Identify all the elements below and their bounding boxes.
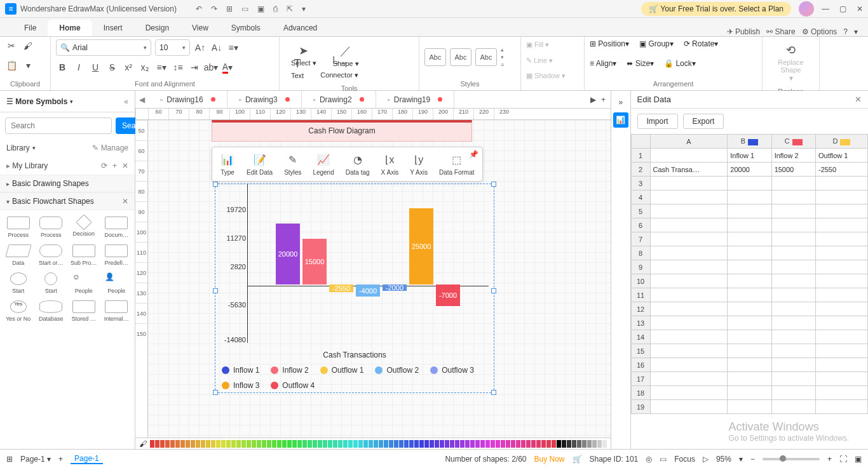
library-label[interactable]: Library: [6, 144, 30, 152]
lib-close-icon[interactable]: ✕: [122, 161, 128, 170]
lib-refresh-icon[interactable]: ⟳: [101, 161, 107, 170]
doctab-3[interactable]: ▫Drawing2: [302, 91, 376, 108]
fit-page-icon[interactable]: ⛶: [839, 455, 847, 464]
bold-icon[interactable]: B: [56, 61, 69, 74]
panel-close-icon[interactable]: ✕: [855, 95, 862, 104]
basic-flowchart-section[interactable]: ▾Basic Flowchart Shapes ✕: [0, 192, 135, 210]
mini-editdata-button[interactable]: 📝Edit Data: [241, 150, 278, 178]
export-button[interactable]: Export: [683, 114, 724, 129]
paste-icon[interactable]: 📋: [5, 59, 18, 72]
outline-icon[interactable]: ◎: [646, 455, 652, 464]
fullscreen-icon[interactable]: ▣: [855, 455, 862, 464]
new-tab-icon[interactable]: +: [601, 95, 606, 104]
shadow-button[interactable]: ▦ Shadow ▾: [526, 70, 579, 81]
data-sheet[interactable]: ABCD1Inflow 1Inflow 2Outflow 12Cash Tran…: [631, 134, 868, 449]
group-button[interactable]: ▣ Group▾: [639, 39, 674, 48]
export-icon[interactable]: ⇱: [287, 4, 293, 13]
trial-banner[interactable]: 🛒 Your Free Trial is over. Select a Plan: [641, 2, 791, 16]
style-preset-2[interactable]: Abc: [450, 48, 471, 66]
play-icon[interactable]: ▷: [703, 455, 709, 464]
styles-up-icon[interactable]: ▴: [501, 46, 513, 53]
shape-data[interactable]: Data: [3, 242, 34, 269]
new-icon[interactable]: ⊞: [226, 4, 233, 13]
basic-drawing-section[interactable]: ▸Basic Drawing Shapes: [0, 175, 135, 192]
open-icon[interactable]: ▭: [241, 4, 248, 13]
options-button[interactable]: ⚙ Options: [802, 27, 837, 36]
shape-document[interactable]: Docum…: [101, 214, 133, 241]
shape-start-2[interactable]: Start: [3, 270, 34, 297]
shape-start-3[interactable]: Start: [36, 270, 67, 297]
symbols-search-input[interactable]: [5, 117, 112, 134]
zoom-level[interactable]: 95%: [716, 455, 731, 464]
italic-icon[interactable]: I: [72, 61, 85, 74]
size-button[interactable]: ⬌ Size▾: [627, 59, 654, 68]
strike-icon[interactable]: S̶: [105, 61, 118, 74]
shape-process[interactable]: Process: [3, 214, 34, 241]
hamburger-icon[interactable]: ☰: [6, 97, 13, 106]
page-tab[interactable]: Page-1: [71, 454, 103, 464]
align-icon[interactable]: ≡▾: [227, 41, 240, 54]
color-palette[interactable]: 🖌: [135, 438, 611, 449]
shape-yesno[interactable]: YesYes or No: [3, 298, 34, 324]
zoom-in-icon[interactable]: +: [827, 455, 832, 464]
chart-selection[interactable]: 19720112702820-5630-140802000015000-2550…: [215, 184, 494, 393]
decrease-font-icon[interactable]: A↓: [210, 41, 223, 54]
shape-decision[interactable]: Decision: [68, 214, 100, 241]
highlight-icon[interactable]: ab▾: [205, 61, 217, 74]
save-icon[interactable]: ▣: [257, 4, 264, 13]
qa-dropdown-icon[interactable]: ▾: [302, 4, 306, 13]
fill-button[interactable]: ▣ Fill ▾: [526, 39, 579, 50]
minimize-icon[interactable]: —: [822, 4, 829, 13]
doctab-2[interactable]: ▫Drawing3: [227, 91, 302, 108]
presentation-icon[interactable]: ▭: [660, 455, 667, 464]
mini-type-button[interactable]: 📊Type: [215, 150, 240, 178]
tab-symbols[interactable]: Symbols: [220, 20, 272, 36]
lib-add-icon[interactable]: +: [112, 161, 117, 170]
styles-down-icon[interactable]: ▾: [501, 54, 513, 60]
publish-button[interactable]: ✈ Publish: [727, 27, 761, 36]
user-avatar[interactable]: [799, 1, 814, 17]
import-button[interactable]: Import: [637, 114, 678, 129]
tab-advanced[interactable]: Advanced: [272, 20, 329, 36]
lock-button[interactable]: 🔒 Lock▾: [664, 59, 696, 68]
buy-icon[interactable]: 🛒: [573, 455, 582, 464]
mini-styles-button[interactable]: ✎Styles: [279, 150, 306, 178]
maximize-icon[interactable]: ▢: [839, 4, 846, 13]
superscript-icon[interactable]: x²: [122, 61, 135, 74]
close-icon[interactable]: ✕: [857, 4, 863, 13]
tabs-next-icon[interactable]: ▶: [590, 95, 596, 104]
mini-datatag-button[interactable]: ◔Data tag: [341, 150, 375, 178]
bullets-icon[interactable]: ≡▾: [155, 61, 168, 74]
replace-shape-button[interactable]: ⟲Replace Shape ▾: [768, 39, 814, 86]
page-selector[interactable]: Page-1 ▾: [20, 455, 51, 464]
align-button[interactable]: ≡ Align▾: [590, 59, 616, 68]
mini-legend-button[interactable]: 📈Legend: [308, 150, 339, 178]
shape-database[interactable]: Database: [36, 298, 67, 324]
pin-icon[interactable]: 📌: [469, 150, 478, 159]
chart-panel-icon[interactable]: 📊: [613, 112, 628, 128]
mini-yaxis-button[interactable]: ⌊yY Axis: [405, 150, 433, 178]
my-library-item[interactable]: My Library: [12, 161, 48, 170]
tab-insert[interactable]: Insert: [92, 20, 134, 36]
print-icon[interactable]: ⎙: [273, 4, 278, 13]
shape-stored[interactable]: Stored …: [68, 298, 100, 324]
tab-view[interactable]: View: [180, 20, 220, 36]
rotate-button[interactable]: ⟳ Rotate▾: [684, 39, 719, 48]
zoom-out-icon[interactable]: −: [750, 455, 755, 464]
expand-right-icon[interactable]: »: [613, 95, 628, 110]
style-preset-1[interactable]: Abc: [424, 48, 446, 66]
doctab-4[interactable]: ▫Drawing19: [376, 91, 455, 108]
underline-icon[interactable]: U: [89, 61, 102, 74]
text-tool[interactable]: TText: [285, 53, 310, 83]
shape-subprocess[interactable]: Sub Pro…: [68, 242, 100, 269]
styles-more-icon[interactable]: ≡: [501, 62, 513, 68]
shape-people[interactable]: ☺People: [68, 270, 100, 297]
undo-icon[interactable]: ↶: [196, 4, 202, 13]
subscript-icon[interactable]: x₂: [139, 61, 151, 74]
format-painter-icon[interactable]: 🖌: [22, 39, 34, 52]
shape-process-2[interactable]: Process: [36, 214, 67, 241]
position-button[interactable]: ⊞ Position▾: [590, 39, 629, 48]
font-selector[interactable]: 🔍Arial▾: [56, 39, 151, 56]
canvas[interactable]: Cash Flow Diagram 📊Type 📝Edit Data ✎Styl…: [148, 120, 611, 438]
manage-library-button[interactable]: ✎ Manage: [92, 144, 128, 152]
